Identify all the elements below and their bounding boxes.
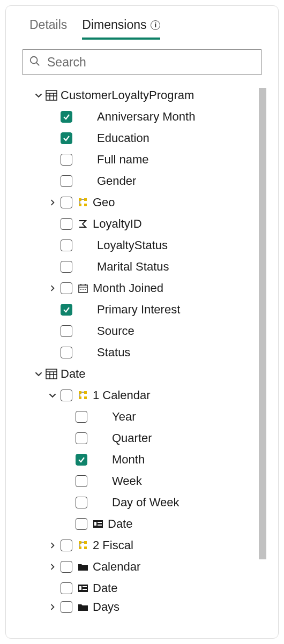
node-customer-loyalty[interactable]: CustomerLoyaltyProgram [6,85,278,106]
node-label: CustomerLoyaltyProgram [61,88,194,102]
tab-details-label: Details [29,18,67,32]
node-source[interactable]: Source [6,320,278,342]
checkbox[interactable] [76,497,87,508]
checkbox[interactable] [61,154,72,166]
node-marital[interactable]: Marital Status [6,256,278,278]
checkbox[interactable] [76,432,87,444]
tab-dimensions[interactable]: Dimensions i [82,18,160,40]
checkbox[interactable] [61,218,72,230]
node-calendar1[interactable]: 1 Calendar [6,385,278,406]
checkbox[interactable] [61,132,72,144]
checkbox[interactable] [61,111,72,123]
tabs: Details Dimensions i [6,6,278,40]
folder-icon [78,603,93,611]
checkbox[interactable] [76,518,87,530]
node-label: Education [97,131,150,145]
chevron-right-icon[interactable] [48,199,57,206]
table-icon [46,90,61,101]
checkbox[interactable] [61,347,72,358]
node-geo[interactable]: Geo [6,192,278,213]
node-label: Days [93,600,119,614]
node-days[interactable]: Days [6,599,278,615]
node-label: Gender [97,174,136,188]
node-label: Anniversary Month [97,110,195,124]
node-status[interactable]: Status [6,342,278,363]
checkbox[interactable] [61,582,72,594]
node-fiscal2[interactable]: 2 Fiscal [6,535,278,556]
node-week[interactable]: Week [6,470,278,492]
node-education[interactable]: Education [6,128,278,149]
chevron-down-icon[interactable] [34,92,43,99]
tab-dimensions-label: Dimensions [82,18,146,32]
checkbox[interactable] [61,561,72,573]
node-date[interactable]: Date [6,363,278,385]
svg-rect-9 [79,204,81,206]
node-label: Calendar [93,560,140,574]
checkbox[interactable] [61,540,72,551]
node-label: Primary Interest [97,303,180,317]
checkbox[interactable] [61,239,72,251]
checkbox[interactable] [61,197,72,208]
checkbox[interactable] [76,454,87,466]
node-dow[interactable]: Day of Week [6,492,278,513]
node-anniversary[interactable]: Anniversary Month [6,106,278,128]
search-icon [29,55,41,69]
svg-rect-8 [84,198,87,201]
checkbox[interactable] [61,601,72,613]
node-label: Day of Week [112,496,180,510]
chevron-down-icon[interactable] [48,392,57,399]
checkbox[interactable] [61,304,72,316]
svg-rect-28 [84,396,87,399]
checkbox[interactable] [76,411,87,423]
search-box[interactable] [22,49,262,75]
node-label: Marital Status [97,260,169,274]
node-label: Source [97,324,134,338]
checkbox[interactable] [61,390,72,401]
node-quarter[interactable]: Quarter [6,428,278,449]
identity-icon [93,520,108,528]
svg-rect-25 [79,391,81,394]
svg-rect-33 [98,525,102,526]
table-icon [46,369,61,379]
checkbox[interactable] [61,175,72,187]
svg-rect-26 [84,391,87,394]
node-loyaltyid[interactable]: LoyaltyID [6,213,278,235]
node-fullname[interactable]: Full name [6,149,278,170]
search-input[interactable] [46,55,255,70]
hierarchy-icon [78,197,93,208]
node-label: Month Joined [93,281,163,295]
checkbox[interactable] [61,282,72,294]
node-month[interactable]: Month [6,449,278,470]
checkbox[interactable] [61,325,72,337]
scrollbar[interactable] [259,88,266,559]
node-label: Month [112,453,145,467]
info-icon[interactable]: i [151,20,160,30]
node-label: 2 Fiscal [93,538,133,552]
node-label: Status [97,346,130,360]
node-gender[interactable]: Gender [6,170,278,192]
node-monthjoined[interactable]: Month Joined [6,278,278,299]
checkbox[interactable] [61,261,72,273]
node-label: LoyaltyID [93,217,142,231]
node-date2[interactable]: Date [6,578,278,599]
tab-details[interactable]: Details [29,18,67,38]
checkbox[interactable] [76,475,87,487]
node-date-leaf[interactable]: Date [6,513,278,535]
chevron-right-icon[interactable] [48,542,57,549]
node-calendar[interactable]: Calendar [6,556,278,578]
node-label: Week [112,474,142,488]
svg-point-19 [85,289,86,290]
chevron-right-icon[interactable] [48,564,57,570]
chevron-right-icon[interactable] [48,604,57,610]
svg-line-1 [36,63,40,66]
svg-rect-10 [84,204,87,206]
node-label: Year [112,410,136,424]
svg-rect-42 [83,586,87,587]
chevron-right-icon[interactable] [48,285,57,291]
node-loyaltystatus[interactable]: LoyaltyStatus [6,235,278,256]
chevron-down-icon[interactable] [34,370,43,378]
node-year[interactable]: Year [6,406,278,428]
sigma-icon [78,219,93,229]
node-primary-interest[interactable]: Primary Interest [6,299,278,320]
svg-rect-27 [79,396,81,399]
